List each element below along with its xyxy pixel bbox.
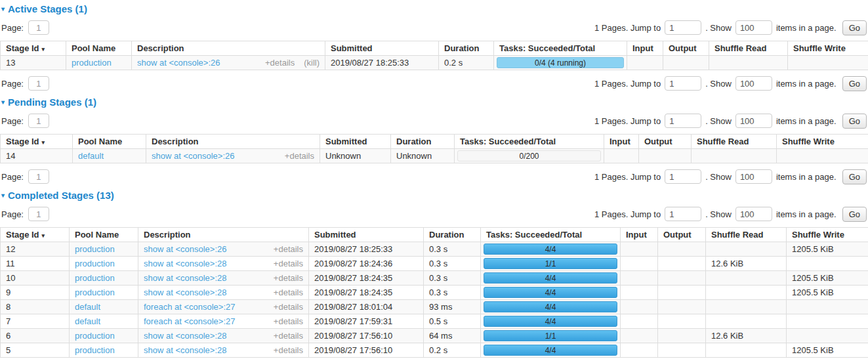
col-submitted[interactable]: Submitted bbox=[325, 41, 439, 56]
col-shuffle-write[interactable]: Shuffle Write bbox=[787, 228, 868, 242]
pool-link[interactable]: production bbox=[75, 287, 115, 297]
section-title-active-stages[interactable]: ▾ Active Stages (1) bbox=[1, 3, 867, 14]
go-button[interactable]: Go bbox=[842, 207, 867, 222]
details-toggle[interactable]: +details bbox=[274, 287, 303, 297]
section-title-completed-stages[interactable]: ▾ Completed Stages (13) bbox=[1, 190, 867, 201]
col-duration[interactable]: Duration bbox=[424, 228, 481, 242]
pending-stages-table: Stage Id▾ Pool Name Description Submitte… bbox=[0, 134, 868, 163]
go-button[interactable]: Go bbox=[842, 114, 867, 129]
details-toggle[interactable]: +details bbox=[274, 244, 303, 254]
col-shuffle-read[interactable]: Shuffle Read bbox=[709, 41, 788, 56]
page-input[interactable] bbox=[28, 76, 49, 91]
pagination-controls: 1 Pages. Jump to . Show items in a page.… bbox=[594, 114, 867, 129]
show-text: . Show bbox=[705, 172, 732, 182]
details-toggle[interactable]: +details bbox=[274, 345, 303, 355]
col-pool-name[interactable]: Pool Name bbox=[66, 41, 132, 56]
details-toggle[interactable]: +details bbox=[265, 58, 295, 68]
items-text: items in a page. bbox=[776, 172, 837, 182]
description-link[interactable]: foreach at <console>:27 bbox=[144, 316, 236, 326]
description-link[interactable]: show at <console>:28 bbox=[144, 345, 226, 355]
page-input[interactable] bbox=[28, 169, 49, 184]
jump-to-page-input[interactable] bbox=[665, 76, 701, 91]
col-pool-name[interactable]: Pool Name bbox=[73, 135, 146, 149]
items-per-page-input[interactable] bbox=[735, 76, 772, 91]
pool-link[interactable]: production bbox=[75, 273, 115, 283]
col-description[interactable]: Description bbox=[146, 135, 320, 149]
details-toggle[interactable]: +details bbox=[285, 151, 314, 161]
table-row: 9 production show at <console>:28 +detai… bbox=[1, 286, 868, 300]
col-input[interactable]: Input bbox=[627, 41, 663, 56]
shuffle-read-cell bbox=[706, 286, 787, 300]
col-submitted[interactable]: Submitted bbox=[320, 135, 391, 149]
description-link[interactable]: show at <console>:28 bbox=[144, 273, 226, 283]
items-per-page-input[interactable] bbox=[735, 207, 772, 221]
go-button[interactable]: Go bbox=[842, 76, 867, 91]
description-link[interactable]: show at <console>:26 bbox=[137, 58, 220, 68]
col-stage-id[interactable]: Stage Id▾ bbox=[1, 41, 66, 56]
pool-link[interactable]: production bbox=[75, 244, 115, 254]
pool-link[interactable]: default bbox=[75, 302, 100, 312]
col-stage-id[interactable]: Stage Id▾ bbox=[1, 135, 73, 149]
pool-link[interactable]: production bbox=[75, 259, 115, 268]
details-toggle[interactable]: +details bbox=[274, 331, 303, 341]
pool-link[interactable]: production bbox=[75, 345, 115, 355]
col-input[interactable]: Input bbox=[621, 228, 658, 242]
col-submitted[interactable]: Submitted bbox=[309, 228, 424, 242]
page-input[interactable] bbox=[28, 20, 49, 35]
section-title-pending-stages[interactable]: ▾ Pending Stages (1) bbox=[1, 96, 867, 108]
col-description[interactable]: Description bbox=[132, 41, 325, 56]
col-shuffle-read[interactable]: Shuffle Read bbox=[706, 228, 787, 242]
pool-link[interactable]: default bbox=[75, 316, 100, 326]
sort-desc-icon: ▾ bbox=[42, 46, 45, 53]
col-tasks[interactable]: Tasks: Succeeded/Total bbox=[455, 135, 604, 149]
details-toggle[interactable]: +details bbox=[274, 302, 303, 312]
col-stage-id[interactable]: Stage Id▾ bbox=[1, 228, 70, 242]
page-label: Page: bbox=[1, 116, 24, 126]
task-progress-bar: 4/4 bbox=[484, 316, 617, 327]
active-stages-table: Stage Id▾ Pool Name Description Submitte… bbox=[0, 41, 868, 70]
details-toggle[interactable]: +details bbox=[274, 316, 303, 326]
col-duration[interactable]: Duration bbox=[439, 41, 494, 56]
description-link[interactable]: show at <console>:28 bbox=[144, 331, 226, 341]
page-label: Page: bbox=[1, 79, 24, 89]
details-toggle[interactable]: +details bbox=[274, 273, 303, 283]
col-output[interactable]: Output bbox=[658, 228, 706, 242]
description-link[interactable]: foreach at <console>:27 bbox=[144, 302, 236, 312]
col-description[interactable]: Description bbox=[138, 228, 309, 242]
col-output[interactable]: Output bbox=[639, 135, 692, 149]
pool-link[interactable]: production bbox=[75, 331, 115, 341]
description-link[interactable]: show at <console>:28 bbox=[144, 287, 226, 297]
items-per-page-input[interactable] bbox=[735, 20, 772, 35]
col-input[interactable]: Input bbox=[604, 135, 639, 149]
items-per-page-input[interactable] bbox=[735, 169, 772, 184]
col-tasks[interactable]: Tasks: Succeeded/Total bbox=[481, 228, 621, 242]
col-shuffle-write[interactable]: Shuffle Write bbox=[777, 135, 868, 149]
items-per-page-input[interactable] bbox=[735, 114, 772, 128]
col-shuffle-write[interactable]: Shuffle Write bbox=[788, 41, 868, 56]
table-row: 13 production show at <console>:26 +deta… bbox=[1, 56, 868, 70]
table-row: 7 default foreach at <console>:27 +detai… bbox=[1, 314, 868, 329]
col-shuffle-read[interactable]: Shuffle Read bbox=[692, 135, 777, 149]
kill-link[interactable]: (kill) bbox=[304, 58, 320, 68]
go-button[interactable]: Go bbox=[842, 20, 867, 35]
col-duration[interactable]: Duration bbox=[391, 135, 455, 149]
description-link[interactable]: show at <console>:26 bbox=[152, 151, 234, 161]
jump-to-page-input[interactable] bbox=[665, 169, 701, 184]
jump-to-page-input[interactable] bbox=[665, 114, 701, 128]
go-button[interactable]: Go bbox=[842, 169, 867, 184]
pool-link[interactable]: default bbox=[78, 151, 104, 161]
col-output[interactable]: Output bbox=[663, 41, 709, 56]
col-tasks[interactable]: Tasks: Succeeded/Total bbox=[494, 41, 627, 56]
page-input[interactable] bbox=[28, 207, 49, 221]
col-pool-name[interactable]: Pool Name bbox=[70, 228, 138, 242]
description-link[interactable]: show at <console>:26 bbox=[144, 244, 226, 254]
shuffle-write-cell: 1205.5 KiB bbox=[787, 286, 868, 300]
pool-link[interactable]: production bbox=[72, 58, 112, 68]
items-text: items in a page. bbox=[776, 79, 837, 89]
jump-to-page-input[interactable] bbox=[665, 207, 701, 221]
description-link[interactable]: show at <console>:28 bbox=[144, 259, 226, 268]
section-title-text: Pending Stages (1) bbox=[8, 96, 96, 108]
jump-to-page-input[interactable] bbox=[665, 20, 701, 35]
details-toggle[interactable]: +details bbox=[274, 259, 303, 268]
page-input[interactable] bbox=[28, 114, 49, 128]
